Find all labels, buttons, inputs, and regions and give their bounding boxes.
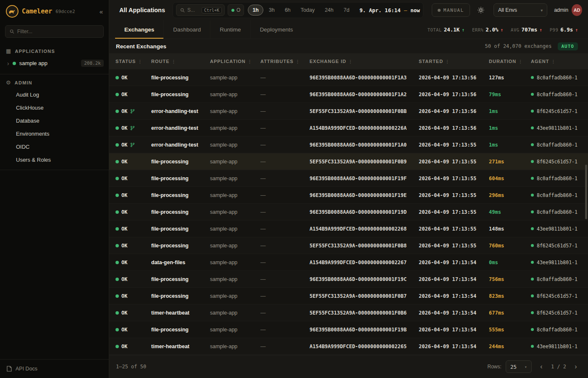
sort-icon: ⋮	[296, 59, 300, 64]
stats-bar: TOTAL24.1K↑ERR%2.0%↑AVG707ms↑P996.9s↑	[428, 20, 578, 39]
manual-refresh-button[interactable]: MANUAL	[432, 3, 470, 17]
table-row[interactable]: OKfile-processingsample-app—96E395B0088A…	[109, 271, 588, 288]
env-dropdown[interactable]: All Envs ▾	[494, 3, 547, 17]
table-row[interactable]: OKerror-handling-testsample-app—96E395B0…	[109, 136, 588, 153]
sidebar-filter[interactable]	[5, 25, 104, 38]
table-row[interactable]: OKfile-processingsample-app—96E395B0088A…	[109, 170, 588, 187]
section-title: Recent Exchanges	[116, 43, 166, 50]
attributes-cell: —	[260, 243, 310, 249]
sidebar-collapse-icon[interactable]: «	[100, 8, 103, 15]
status-ok-dot	[116, 177, 119, 180]
live-toggle[interactable]: O	[228, 4, 244, 16]
agent-cell: 43ee9811b801-1	[531, 260, 588, 265]
tab-bar: ExchangesDashboardRuntimeDeployments	[115, 20, 302, 39]
route-cell: file-processing	[151, 159, 210, 165]
range-today[interactable]: Today	[296, 5, 319, 16]
table-row[interactable]: OKtimer-heartbeatsample-app—5EF55FC31352…	[109, 304, 588, 321]
table-row[interactable]: OKerror-handling-testsample-app—A154B9A9…	[109, 120, 588, 136]
theme-toggle-button[interactable]	[475, 3, 487, 17]
next-page-button[interactable]: ›	[570, 361, 581, 372]
exchange-id-cell: 96E395B0088AA6D-000000000001F19D	[310, 209, 419, 215]
main-content: All Applications S... Ctrl+K O 1h3h6hTod…	[109, 0, 588, 378]
sidebar-item-clickhouse[interactable]: ClickHouse	[0, 101, 109, 114]
rows-per-page-value: 25	[510, 364, 517, 370]
live-status-dot	[231, 9, 234, 12]
table-row[interactable]: OKtimer-heartbeatsample-app—A154B9A999DF…	[109, 338, 588, 355]
range-6h[interactable]: 6h	[280, 5, 295, 16]
table-row[interactable]: OKfile-processingsample-app—5EF55FC31352…	[109, 288, 588, 304]
attributes-cell: —	[260, 276, 310, 282]
table-row[interactable]: OKfile-processingsample-app—5EF55FC31352…	[109, 153, 588, 170]
tab-deployments[interactable]: Deployments	[250, 20, 302, 39]
table-row[interactable]: OKdata-gen-filessample-app—A154B9A999DFC…	[109, 254, 588, 271]
scrollbar-thumb[interactable]	[585, 165, 587, 219]
global-search[interactable]: S... Ctrl+K	[176, 4, 225, 16]
duration-cell: 79ms	[489, 92, 531, 97]
sort-icon: ⋮	[445, 59, 450, 64]
table-row[interactable]: OKfile-processingsample-app—96E395B0088A…	[109, 187, 588, 204]
sidebar-item-audit-log[interactable]: Audit Log	[0, 88, 109, 101]
rows-per-page-select[interactable]: 25 ▾	[506, 360, 532, 373]
table-row[interactable]: OKfile-processingsample-app—A154B9A999DF…	[109, 220, 588, 237]
column-header-attributes[interactable]: ATTRIBUTES⋮	[260, 59, 310, 64]
sidebar-item-database[interactable]: Database	[0, 114, 109, 127]
column-header-application[interactable]: APPLICATION⋮	[210, 59, 260, 64]
status-cell: OK	[116, 108, 151, 114]
column-header-exchange-id[interactable]: EXCHANGE ID⋮	[310, 59, 419, 64]
started-cell: 2026-04-09 17:13:55	[419, 226, 489, 232]
exchange-id-cell: 96E395B0088AA6D-000000000001F1A3	[310, 75, 419, 81]
route-cell: timer-heartbeat	[151, 344, 210, 349]
api-docs-link[interactable]: API Docs	[0, 359, 109, 378]
started-cell: 2026-04-09 17:13:54	[419, 344, 489, 349]
range-3h[interactable]: 3h	[264, 5, 279, 16]
duration-cell: 271ms	[489, 159, 531, 165]
sidebar-item-users-roles[interactable]: Users & Roles	[0, 153, 109, 166]
manual-label: MANUAL	[444, 8, 464, 13]
tab-runtime[interactable]: Runtime	[210, 20, 250, 39]
prev-page-button[interactable]: ‹	[536, 361, 547, 372]
exchange-id-cell: 5EF55FC31352A9A-000000000001F0BB	[310, 108, 419, 114]
attributes-cell: —	[260, 176, 310, 181]
sidebar-item-sample-app[interactable]: › sample app 208.2k	[0, 57, 109, 70]
range-7d[interactable]: 7d	[339, 5, 354, 16]
table-row[interactable]: OKfile-processingsample-app—5EF55FC31352…	[109, 237, 588, 254]
status-cell: OK	[116, 327, 151, 333]
app-label: sample app	[19, 60, 47, 66]
sun-icon	[478, 7, 484, 13]
exchange-id-cell: 96E395B0088AA6D-000000000001F19C	[310, 276, 419, 282]
tab-exchanges[interactable]: Exchanges	[115, 20, 163, 39]
table-row[interactable]: OKfile-processingsample-app—96E395B0088A…	[109, 86, 588, 103]
route-cell: file-processing	[151, 75, 210, 81]
table-row[interactable]: OKfile-processingsample-app—96E395B0088A…	[109, 69, 588, 86]
column-header-duration[interactable]: DURATION⋮	[489, 59, 531, 64]
column-header-status[interactable]: STATUS⋮	[116, 59, 151, 64]
range-1h[interactable]: 1h	[248, 5, 263, 16]
range-24h[interactable]: 24h	[320, 5, 338, 16]
table-row[interactable]: OKfile-processingsample-app—96E395B0088A…	[109, 321, 588, 338]
table-row[interactable]: OKerror-handling-testsample-app—5EF55FC3…	[109, 103, 588, 120]
table-row[interactable]: OKfile-processingsample-app—96E395B0088A…	[109, 204, 588, 220]
time-range-display[interactable]: 9. Apr. 16:14 — now	[360, 7, 420, 13]
sidebar-item-environments[interactable]: Environments	[0, 127, 109, 140]
app-count-badge: 208.2k	[81, 60, 104, 67]
application-cell: sample-app	[210, 125, 260, 131]
time-from: 9. Apr. 16:14	[360, 7, 401, 13]
auto-refresh-badge[interactable]: AUTO	[558, 42, 578, 50]
manual-dot	[438, 9, 441, 12]
duration-cell: 555ms	[489, 327, 531, 333]
user-avatar[interactable]: AD	[572, 4, 582, 16]
status-ok-dot	[116, 143, 119, 147]
sidebar-item-oidc[interactable]: OIDC	[0, 140, 109, 153]
tab-dashboard[interactable]: Dashboard	[163, 20, 210, 39]
started-cell: 2026-04-09 17:13:56	[419, 108, 489, 114]
column-header-started[interactable]: STARTED⋮	[419, 59, 489, 64]
applications-header-label: APPLICATIONS	[15, 49, 55, 54]
duration-cell: 0ms	[489, 260, 531, 265]
chevron-right-icon[interactable]: ›	[7, 60, 9, 67]
attributes-cell: —	[260, 327, 310, 333]
filter-input[interactable]	[17, 29, 99, 34]
column-header-route[interactable]: ROUTE⋮	[151, 59, 210, 64]
column-header-agent[interactable]: AGENT⋮	[531, 59, 588, 64]
time-range-group: 1h3h6hToday24h7d	[248, 5, 354, 16]
exchange-id-cell: 96E395B0088AA6D-000000000001F19B	[310, 327, 419, 333]
